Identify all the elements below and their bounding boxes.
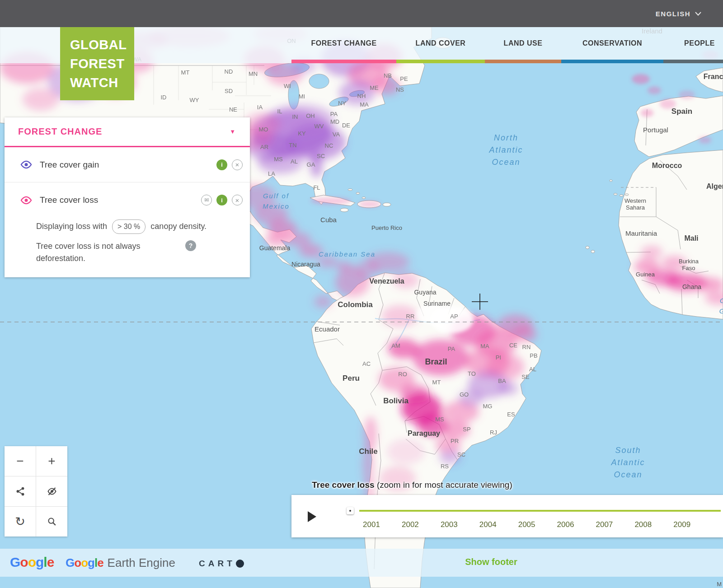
- loss-settings: Displaying loss with > 30 % canopy densi…: [36, 219, 217, 234]
- info-icon[interactable]: i: [216, 195, 227, 205]
- carto-letters: CART: [199, 559, 235, 569]
- loss-settings-prefix: Displaying loss with: [36, 222, 107, 231]
- close-icon[interactable]: ×: [232, 195, 243, 205]
- gfw-logo[interactable]: GLOBAL FOREST WATCH: [60, 27, 134, 100]
- nav-item-label: PEOPLE: [684, 39, 715, 47]
- timeline-year-2008[interactable]: 2008: [634, 520, 652, 529]
- map-controls: − + ↻: [5, 446, 67, 537]
- logo-line: WATCH: [70, 73, 134, 92]
- help-icon[interactable]: ?: [185, 240, 196, 251]
- nav-item-people[interactable]: PEOPLE: [663, 27, 723, 63]
- search-icon: [47, 517, 57, 527]
- nav-item-land-cover[interactable]: LAND COVER: [396, 27, 485, 63]
- carto-dot-icon: [236, 560, 244, 568]
- chevron-down-icon: [695, 12, 701, 16]
- timeline-year-2009[interactable]: 2009: [673, 520, 690, 529]
- forest-change-panel: FOREST CHANGE ▼ Tree cover gain i × Tree…: [5, 117, 250, 277]
- main-nav: FOREST CHANGELAND COVERLAND USECONSERVAT…: [291, 27, 723, 63]
- play-button[interactable]: [308, 511, 316, 522]
- layer-row-tree-cover-gain: Tree cover gain i ×: [5, 147, 250, 182]
- share-icon: [15, 486, 25, 496]
- timeline-year-2004[interactable]: 2004: [479, 520, 497, 529]
- logo-line: GLOBAL: [70, 35, 134, 54]
- visibility-eye-icon[interactable]: [20, 196, 34, 205]
- nav-item-label: LAND COVER: [416, 39, 466, 47]
- close-icon[interactable]: ×: [232, 159, 243, 170]
- search-button[interactable]: [36, 507, 67, 537]
- nav-item-conservation[interactable]: CONSERVATION: [561, 27, 663, 63]
- map-legend-note: Tree cover loss (zoom in for most accura…: [312, 480, 512, 490]
- google-logo[interactable]: Google: [10, 555, 54, 570]
- legend-note-rest: (zoom in for most accurate viewing): [375, 480, 512, 490]
- nav-item-label: LAND USE: [504, 39, 543, 47]
- panel-title: FOREST CHANGE: [18, 126, 102, 137]
- language-selector[interactable]: ENGLISH: [656, 0, 701, 27]
- loss-layer-details: Displaying loss with > 30 % canopy densi…: [5, 218, 250, 277]
- timeline-year-2006[interactable]: 2006: [557, 520, 574, 529]
- visibility-eye-icon[interactable]: [20, 160, 34, 169]
- attribution-bar: Google Google Earth Engine CART Show foo…: [0, 549, 723, 577]
- eye-off-icon: [47, 486, 57, 497]
- legend-note-bold: Tree cover loss: [312, 480, 374, 490]
- show-footer-button[interactable]: Show footer: [465, 557, 517, 567]
- panel-header[interactable]: FOREST CHANGE ▼: [5, 117, 250, 147]
- loss-disclaimer: Tree cover loss is not always deforestat…: [36, 240, 185, 265]
- earth-engine-label: Earth Engine: [108, 556, 175, 570]
- timeline-year-2002[interactable]: 2002: [402, 520, 419, 529]
- layer-name: Tree cover loss: [40, 195, 201, 205]
- share-button[interactable]: [5, 476, 36, 506]
- google-logo: Google: [66, 556, 103, 570]
- nav-item-label: CONSERVATION: [582, 39, 642, 47]
- timeline-year-2001[interactable]: 2001: [363, 520, 380, 529]
- zoom-in-button[interactable]: +: [36, 446, 67, 476]
- hide-panels-button[interactable]: [36, 476, 67, 506]
- subscribe-envelope-icon[interactable]: ✉: [201, 195, 212, 205]
- timeline-year-2003[interactable]: 2003: [441, 520, 458, 529]
- layer-name: Tree cover gain: [40, 160, 216, 170]
- timeline: 200120022003200420052006200720082009: [291, 495, 723, 537]
- info-icon[interactable]: i: [216, 159, 227, 170]
- timeline-year-2007[interactable]: 2007: [596, 520, 613, 529]
- nav-item-forest-change[interactable]: FOREST CHANGE: [291, 27, 396, 63]
- nav-item-land-use[interactable]: LAND USE: [485, 27, 561, 63]
- loss-settings-suffix: canopy density.: [150, 222, 207, 231]
- panel-collapse-caret-icon[interactable]: ▼: [230, 128, 235, 135]
- timeline-year-2005[interactable]: 2005: [518, 520, 535, 529]
- refresh-button[interactable]: ↻: [5, 507, 36, 537]
- zoom-out-button[interactable]: −: [5, 446, 36, 476]
- timeline-track[interactable]: [359, 510, 721, 512]
- refresh-icon: ↻: [15, 516, 25, 528]
- map-attribution-partial: M: [717, 581, 722, 588]
- layer-row-tree-cover-loss: Tree cover loss ✉ i ×: [5, 182, 250, 218]
- nav-item-label: FOREST CHANGE: [311, 39, 376, 47]
- language-label: ENGLISH: [656, 10, 690, 18]
- logo-line: FOREST: [70, 54, 134, 73]
- canopy-threshold-selector[interactable]: > 30 %: [112, 219, 146, 234]
- gfw-app: ONWAMTNDMNWIMISDIDWYNEIAILINOHPANYMDDEMO…: [0, 0, 723, 588]
- top-bar: ENGLISH: [0, 0, 723, 27]
- carto-logo[interactable]: CART: [199, 559, 244, 569]
- google-earth-engine-logo[interactable]: Google Earth Engine: [66, 556, 175, 570]
- timeline-handle[interactable]: [347, 507, 354, 514]
